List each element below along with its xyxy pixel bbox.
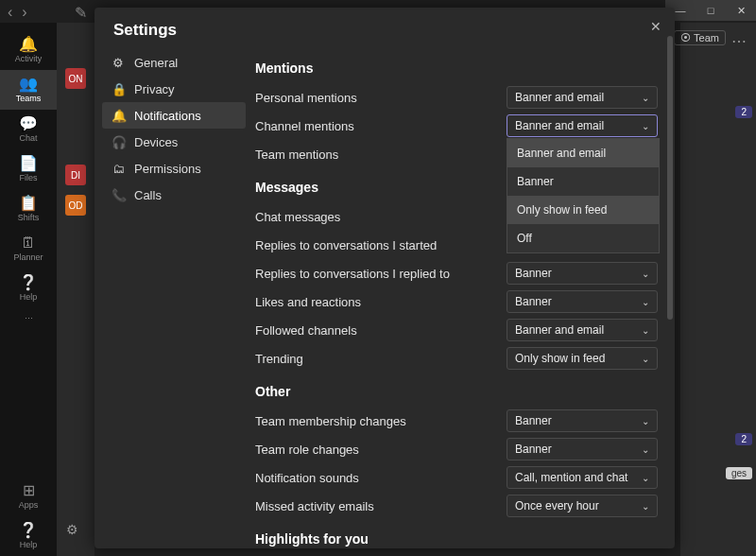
- bell-icon: 🔔: [19, 37, 38, 52]
- settings-nav-notifications[interactable]: 🔔Notifications: [102, 102, 246, 129]
- help-icon: ❔: [19, 275, 38, 290]
- chevron-down-icon: ⌄: [642, 444, 649, 455]
- lock-icon: 🔒: [112, 82, 125, 96]
- team-tile[interactable]: DI: [65, 165, 86, 185]
- dropdown-missed-activity[interactable]: Once every hour⌄: [507, 495, 658, 517]
- file-icon: 📄: [19, 156, 38, 171]
- chevron-down-icon: ⌄: [642, 416, 649, 426]
- scrollbar[interactable]: [667, 36, 673, 541]
- chevron-down-icon: ⌄: [642, 297, 649, 307]
- apps-icon: ⊞: [23, 483, 35, 498]
- unread-badge: 2: [735, 433, 752, 445]
- rail-shifts[interactable]: 📋Shifts: [0, 189, 57, 229]
- window-controls: — □ ✕: [665, 0, 756, 21]
- rail-apps[interactable]: ⊞Apps: [0, 477, 57, 516]
- compose-icon[interactable]: ✎: [75, 4, 87, 22]
- devices-icon: 🎧: [112, 135, 125, 149]
- section-mentions: Mentions: [255, 61, 658, 76]
- help-icon: ❔: [19, 523, 38, 538]
- close-window-button[interactable]: ✕: [726, 0, 756, 21]
- gear-icon: ⚙: [112, 56, 125, 70]
- rail-activity[interactable]: 🔔Activity: [0, 30, 57, 70]
- rail-planner[interactable]: 🗓Planner: [0, 229, 57, 269]
- rail-help[interactable]: ❔Help: [0, 516, 57, 556]
- row-channel-mentions: Channel mentions Banner and email⌄ Banne…: [255, 112, 658, 140]
- settings-nav-calls[interactable]: 📞Calls: [102, 182, 246, 208]
- chevron-down-icon: ⌄: [642, 93, 649, 103]
- team-tile[interactable]: OD: [65, 195, 86, 216]
- dropdown-followed-channels[interactable]: Banner and email⌄: [507, 319, 658, 341]
- chat-icon: 💬: [19, 116, 38, 131]
- shifts-icon: 📋: [19, 196, 38, 211]
- dropdown-option[interactable]: Only show in feed: [507, 196, 659, 224]
- permissions-icon: 🗂: [112, 162, 125, 176]
- section-other: Other: [255, 384, 658, 399]
- team-scope-pill[interactable]: ⦿ Team: [674, 30, 726, 45]
- dropdown-option[interactable]: Off: [507, 224, 659, 252]
- settings-title: Settings: [94, 8, 675, 49]
- row-role-changes: Team role changesBanner⌄: [255, 435, 658, 463]
- row-personal-mentions: Personal mentions Banner and email⌄: [255, 83, 658, 112]
- scrollbar-thumb[interactable]: [667, 36, 673, 320]
- chevron-down-icon: ⌄: [642, 473, 649, 483]
- dropdown-role-changes[interactable]: Banner⌄: [507, 438, 658, 460]
- settings-nav-general[interactable]: ⚙General: [102, 49, 246, 76]
- rail-files[interactable]: 📄Files: [0, 149, 57, 189]
- unread-badge: 2: [735, 106, 752, 118]
- dropdown-menu: Banner and email Banner Only show in fee…: [507, 138, 660, 253]
- planner-icon: 🗓: [21, 235, 36, 251]
- dropdown-channel-mentions[interactable]: Banner and email⌄ Banner and email Banne…: [507, 114, 658, 137]
- settings-nav: ⚙General 🔒Privacy 🔔Notifications 🎧Device…: [94, 49, 246, 548]
- row-trending: TrendingOnly show in feed⌄: [255, 344, 658, 373]
- channel-more-icon[interactable]: ⋯: [731, 32, 747, 50]
- dropdown-replies-replied[interactable]: Banner⌄: [507, 262, 658, 285]
- dropdown-option[interactable]: Banner: [507, 167, 659, 196]
- rail-chat[interactable]: 💬Chat: [0, 110, 57, 149]
- app-rail: 🔔Activity 👥Teams 💬Chat 📄Files 📋Shifts 🗓P…: [0, 23, 57, 556]
- dropdown-personal-mentions[interactable]: Banner and email⌄: [507, 86, 658, 109]
- rail-help-small[interactable]: ❔Help: [0, 269, 57, 308]
- dropdown-notification-sounds[interactable]: Call, mention and chat⌄: [507, 466, 658, 489]
- section-highlights: Highlights for you: [255, 531, 658, 547]
- back-arrow[interactable]: ‹: [8, 4, 12, 22]
- chevron-down-icon: ⌄: [642, 325, 649, 336]
- nav-arrows: ‹ › ✎: [8, 4, 87, 22]
- settings-panel: Mentions Personal mentions Banner and em…: [246, 49, 675, 548]
- dropdown-likes-reactions[interactable]: Banner⌄: [507, 290, 658, 313]
- row-likes-reactions: Likes and reactionsBanner⌄: [255, 287, 658, 316]
- settings-nav-privacy[interactable]: 🔒Privacy: [102, 76, 246, 102]
- forward-arrow[interactable]: ›: [22, 4, 26, 22]
- dropdown-option[interactable]: Banner and email: [507, 139, 659, 167]
- settings-dialog: Settings ✕ ⚙General 🔒Privacy 🔔Notificati…: [94, 8, 675, 548]
- row-notification-sounds: Notification soundsCall, mention and cha…: [255, 463, 658, 492]
- people-icon: 👥: [19, 77, 38, 92]
- row-membership-changes: Team membership changesBanner⌄: [255, 407, 658, 435]
- dropdown-membership-changes[interactable]: Banner⌄: [507, 409, 658, 432]
- chevron-down-icon: ⌄: [642, 354, 649, 364]
- bell-icon: 🔔: [112, 109, 125, 123]
- phone-icon: 📞: [112, 188, 125, 202]
- settings-nav-devices[interactable]: 🎧Devices: [102, 129, 246, 155]
- row-missed-activity: Missed activity emailsOnce every hour⌄: [255, 492, 658, 520]
- dropdown-trending[interactable]: Only show in feed⌄: [507, 347, 658, 370]
- chevron-down-icon: ⌄: [642, 501, 649, 512]
- row-replies-replied: Replies to conversations I replied toBan…: [255, 259, 658, 287]
- chevron-down-icon: ⌄: [642, 121, 649, 131]
- close-icon[interactable]: ✕: [650, 19, 662, 34]
- manage-teams-icon[interactable]: ⚙: [66, 522, 78, 537]
- rail-teams[interactable]: 👥Teams: [0, 70, 57, 110]
- settings-nav-permissions[interactable]: 🗂Permissions: [102, 155, 246, 182]
- row-followed-channels: Followed channelsBanner and email⌄: [255, 316, 658, 344]
- chevron-down-icon: ⌄: [642, 269, 649, 279]
- bg-teams-column: ON DI OD: [57, 23, 94, 556]
- team-tile[interactable]: ON: [65, 68, 86, 89]
- maximize-button[interactable]: □: [696, 0, 726, 21]
- msg-badge: ges: [726, 467, 752, 479]
- rail-more[interactable]: ⋯: [25, 308, 33, 329]
